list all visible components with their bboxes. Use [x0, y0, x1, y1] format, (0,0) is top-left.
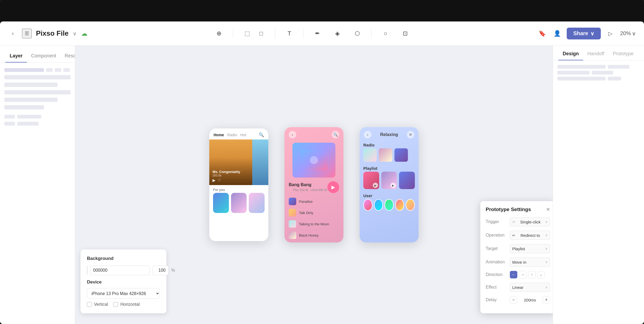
tab-layer[interactable]: Layer: [5, 50, 27, 62]
user-button[interactable]: 👤: [552, 28, 562, 39]
share-button[interactable]: Share ∨: [567, 28, 601, 39]
color-swatch[interactable]: [87, 266, 87, 275]
hex-input[interactable]: [90, 266, 150, 275]
frame1-thumbnails: ♡ ♡ ♡: [209, 193, 268, 213]
list-item-3[interactable]: Talking to the Moon ···: [284, 218, 343, 230]
playlist-thumb-3[interactable]: [399, 172, 415, 189]
thumb-1[interactable]: ♡: [213, 193, 229, 213]
direction-left[interactable]: ←: [510, 271, 517, 278]
frame3-radio-row: [360, 148, 419, 164]
frame3-radio-label: Radio: [360, 141, 419, 148]
frame-tool[interactable]: ⬚: [241, 28, 253, 39]
top-bar: [0, 0, 644, 21]
text-tool[interactable]: T: [283, 28, 295, 39]
frame2-back-btn[interactable]: ‹: [289, 131, 296, 138]
list-item-2[interactable]: Talk Dirty ···: [284, 207, 343, 218]
animation-value: Move in ∨: [510, 257, 550, 267]
frame3-back-btn[interactable]: ‹: [364, 131, 371, 138]
sk1: [4, 68, 44, 72]
radio-thumb-2[interactable]: [379, 148, 392, 162]
divider-2: [275, 29, 275, 38]
right-tab-design[interactable]: Design: [558, 48, 583, 60]
tab-home[interactable]: Home: [214, 133, 224, 137]
avatar-4: [395, 199, 404, 211]
trigger-label: Trigger: [486, 219, 510, 224]
trigger-icon: ☞: [512, 220, 515, 224]
right-tab-prototype[interactable]: Prototype: [609, 48, 638, 60]
tab-radio[interactable]: Radio: [227, 133, 237, 137]
tab-hot[interactable]: Hot: [240, 133, 246, 137]
play-count: Play 250.3k: [293, 188, 308, 192]
menu-button[interactable]: ☰: [22, 29, 32, 38]
circle-tool[interactable]: ○: [379, 28, 391, 39]
radio-thumb-3[interactable]: [394, 148, 408, 162]
direction-right[interactable]: →: [519, 271, 526, 278]
list-dots-4: ···: [336, 233, 339, 237]
share-label: Share: [573, 30, 588, 36]
frame2-search-btn[interactable]: 🔍: [332, 131, 339, 138]
bookmark-button[interactable]: 🔖: [537, 28, 547, 39]
horizontal-orientation[interactable]: Horizontal: [113, 302, 140, 307]
trigger-select[interactable]: ☞ Single-click ∨: [510, 217, 550, 226]
radio-thumb-1[interactable]: [363, 148, 377, 162]
horizontal-checkbox[interactable]: [113, 302, 118, 307]
list-item-4[interactable]: Black Honey ···: [284, 230, 343, 241]
vertical-checkbox[interactable]: [87, 302, 92, 307]
list-icon-1: [289, 198, 296, 205]
frame3-radio-playlist: ‹ Relaxing ✕ Radio Playlist: [360, 127, 419, 242]
frame3-close-btn[interactable]: ✕: [407, 131, 414, 138]
hero-play[interactable]: ▶: [213, 178, 215, 182]
direction-down[interactable]: ↓: [537, 271, 545, 278]
background-label: Background: [87, 256, 160, 261]
tool-group-add: ⊕: [213, 28, 225, 39]
back-button[interactable]: ‹: [8, 29, 18, 38]
frames-container: Home Radio Hot 🔍 Ms. Congeniality 250.5k: [209, 127, 419, 242]
canvas-area: Home Radio Hot 🔍 Ms. Congeniality 250.5k: [75, 46, 553, 324]
avatar-5: [406, 199, 415, 211]
target-row: Target Playlist ∨: [486, 244, 550, 253]
frame1-for-you: For you: [209, 185, 268, 193]
playlist-thumb-1[interactable]: ▶: [363, 172, 379, 189]
title-dropdown[interactable]: ∨: [73, 30, 77, 37]
frame2-play-button[interactable]: ▶: [327, 181, 339, 193]
thumb-2[interactable]: ♡: [231, 193, 247, 213]
zoom-control[interactable]: 20% ∨: [620, 30, 636, 37]
frame3-avatars: [360, 199, 419, 211]
animation-label: Animation: [486, 260, 510, 264]
component-tool[interactable]: ◈: [331, 28, 343, 39]
delay-minus-btn[interactable]: −: [510, 296, 517, 304]
list-item-5[interactable]: All I Ask ···: [284, 241, 343, 242]
target-select[interactable]: Playlist ∨: [510, 244, 550, 253]
direction-up[interactable]: ↑: [528, 271, 536, 278]
pen-tool[interactable]: ✒: [312, 28, 323, 39]
effect-chevron: ∨: [545, 285, 548, 289]
shape-tool[interactable]: □: [255, 28, 267, 39]
sk6: [4, 83, 57, 87]
right-tab-handoff[interactable]: Handoff: [583, 48, 609, 60]
play-button[interactable]: ▷: [605, 28, 616, 39]
device-select[interactable]: iPhone 13 Pro Max 428×926: [87, 288, 160, 299]
operation-icon: ↩: [512, 233, 515, 237]
thumb-3[interactable]: ♡: [249, 193, 265, 213]
svg-point-2: [310, 156, 318, 164]
share-chevron: ∨: [590, 30, 594, 37]
delay-plus-btn[interactable]: +: [543, 296, 550, 304]
vertical-orientation[interactable]: Vertical: [87, 302, 108, 307]
tab-component[interactable]: Component: [27, 50, 60, 62]
proto-close-button[interactable]: ✕: [546, 207, 550, 212]
avatar-3: [385, 199, 394, 211]
effect-select[interactable]: Linear ∨: [510, 283, 550, 292]
crop-tool[interactable]: ⊡: [399, 28, 411, 39]
animation-select[interactable]: Move in ∨: [510, 257, 550, 267]
playlist-thumb-2[interactable]: ▶: [381, 172, 397, 189]
operation-select[interactable]: ↩ Redirect to ∨: [510, 231, 550, 240]
mask-tool[interactable]: ⬡: [351, 28, 363, 39]
list-icon-4: [289, 231, 296, 239]
search-icon-frame1[interactable]: 🔍: [259, 132, 264, 137]
add-tool[interactable]: ⊕: [213, 28, 225, 39]
hero-heart[interactable]: ♡: [218, 178, 221, 182]
sk5: [4, 75, 71, 79]
opacity-input[interactable]: [152, 266, 169, 275]
list-item-1[interactable]: Paradise ···: [284, 196, 343, 207]
operation-value: ↩ Redirect to ∨: [510, 231, 550, 240]
